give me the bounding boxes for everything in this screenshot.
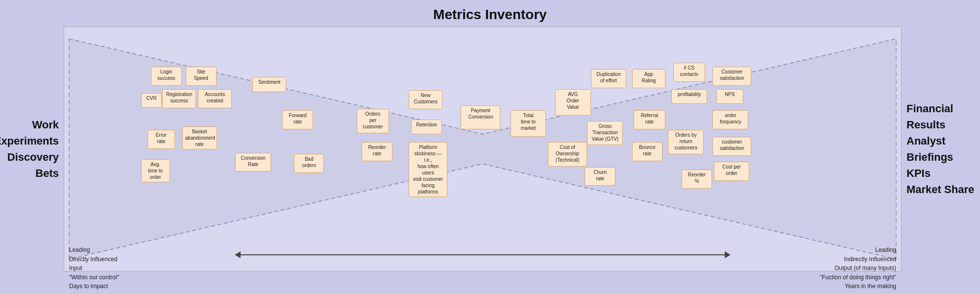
metric-card-registration_success: Registration success	[162, 89, 196, 108]
metric-card-profitability: profitability	[671, 89, 707, 104]
metric-card-bad_orders: Bad orders	[294, 154, 324, 173]
right-label: Financial Results Analyst Briefings KPIs…	[902, 26, 980, 271]
metric-card-orders_per_customer: Orders per customer	[357, 109, 389, 133]
diagram-area: .bowtie-path { fill: rgba(190,190,220,0.…	[64, 26, 902, 271]
metric-card-duplication_of_effort: Duplication of effort	[591, 69, 627, 88]
metric-card-conversion_rate: Conversion Rate	[235, 153, 271, 172]
metric-card-cost_per_order: Cost per order	[714, 162, 750, 181]
metric-card-orders_by_return_customers: Orders by return customers	[668, 130, 704, 154]
metric-card-avg_time_to_order: Avg. time to order	[141, 159, 170, 182]
metric-card-gross_transaction_value: Gross Transaction Value (GTV)	[587, 121, 623, 146]
metric-card-total_time_to_market: Total time to market	[511, 110, 546, 137]
metric-card-customer_satisfaction_bottom: customer satisfaction	[712, 137, 751, 156]
metric-card-platform_stickiness: Platform stickiness — i.e., how often us…	[409, 142, 447, 197]
metric-card-cost_of_ownership: Cost of Ownership (Technical)	[548, 142, 588, 167]
legend-arrow	[235, 245, 731, 258]
metric-card-nps: NPS	[716, 89, 744, 104]
metric-card-payment_conversion: Payment Conversion	[461, 105, 500, 130]
metric-card-bounce_rate: Bounce rate	[632, 142, 663, 161]
page-title: Metrics Inventory	[0, 0, 980, 26]
arrow-right	[725, 251, 731, 258]
metric-card-reorder_pct: Reorder %	[682, 170, 712, 189]
legend-left: LeadingDirectly InfluencedInput"Within o…	[64, 245, 235, 291]
left-label: Work Experiments Discovery Bets	[0, 26, 64, 271]
metric-card-cs_contacts: # CS contacts	[673, 63, 706, 82]
metric-card-sentiment: Sentiment	[252, 77, 286, 92]
metric-card-order_frequency: order frequency	[712, 110, 748, 129]
metric-card-cvr: CVR	[141, 93, 162, 108]
metric-card-error_rate: Error rate	[147, 130, 175, 149]
metric-card-basket_abandonment: Basket abandonment rate	[182, 126, 217, 149]
metric-card-churn_rate: Churn rate	[585, 167, 615, 186]
metric-card-new_customers: New Customers	[409, 90, 442, 109]
arrow-left	[235, 251, 241, 258]
arrow-bar	[241, 254, 725, 255]
metric-card-login_success: Login success	[151, 67, 182, 86]
metric-card-site_speed: Site Speed	[186, 67, 217, 86]
metric-card-forward_rate: Forward rate	[282, 110, 313, 129]
metric-card-avg_order_value: AVG Order Value	[555, 89, 591, 116]
legend-right: LeadingIndirectly InfluencedOutput (of m…	[731, 245, 901, 291]
metric-card-customer_satisfaction_top: Customer satisfaction	[712, 67, 751, 86]
metric-card-retention: Retention	[411, 120, 442, 134]
metric-card-app_rating: App Rating	[632, 69, 666, 88]
metric-card-referral_rate: Referral rate	[634, 110, 666, 129]
metric-card-accounts_created: Accounts created	[198, 89, 232, 108]
metric-card-reorder_rate: Reorder rate	[362, 142, 392, 161]
